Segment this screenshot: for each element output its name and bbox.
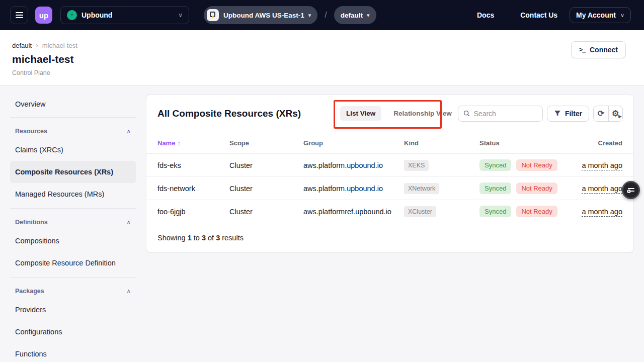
dropdown-triangle-icon: ▾ [308, 12, 311, 19]
column-header-status[interactable]: Status [479, 139, 575, 147]
divider [10, 117, 136, 118]
section-header-label: Resources [15, 128, 47, 135]
connect-label: Connect [590, 46, 618, 54]
filter-label: Filter [565, 110, 582, 118]
synced-badge: Synced [479, 183, 511, 194]
kind-badge: XEKS [404, 160, 429, 171]
feedback-widget-button[interactable] [622, 181, 640, 199]
created-tooltip-link[interactable]: a month ago [582, 161, 622, 170]
organization-selector[interactable]: ▼ Upbound ∨ [60, 6, 189, 24]
card-title: All Composite Resources (XRs) [157, 108, 301, 119]
top-navbar: up ▼ Upbound ∨ Upbound AWS US-East-1 ▾ /… [0, 0, 644, 30]
table-actions: ⟳ ⚙ ▶ [593, 106, 623, 122]
control-plane-icon [207, 9, 219, 21]
sidebar-item-functions[interactable]: Functions [10, 343, 136, 362]
card-header: All Composite Resources (XRs) List View … [146, 95, 633, 132]
auto-refresh-settings-button[interactable]: ⚙ ▶ [608, 106, 623, 121]
control-plane-selector[interactable]: Upbound AWS US-East-1 ▾ [204, 6, 317, 24]
not-ready-badge: Not Ready [516, 159, 557, 171]
org-selector-label: Upbound [82, 11, 112, 19]
cell-status: Synced Not Ready [479, 183, 575, 194]
divider [10, 277, 136, 278]
my-account-label: My Account [576, 11, 616, 19]
sidebar-section-definitions[interactable]: Definitions ∧ [10, 215, 136, 230]
kind-badge: XCluster [404, 206, 436, 217]
cell-created: a month ago [575, 161, 622, 169]
sidebar-item-providers[interactable]: Providers [10, 299, 136, 321]
created-tooltip-link[interactable]: a month ago [582, 185, 622, 194]
sidebar-item-overview[interactable]: Overview [10, 95, 136, 113]
page-title: michael-test [12, 53, 644, 65]
dropdown-triangle-icon: ▾ [367, 12, 370, 19]
refresh-button[interactable]: ⟳ [594, 106, 608, 121]
section-header-label: Packages [15, 288, 44, 295]
connect-button[interactable]: >_ Connect [571, 41, 626, 58]
group-selector[interactable]: default ▾ [334, 6, 376, 24]
org-avatar-icon: ▼ [67, 10, 77, 20]
sidebar-item-compositions[interactable]: Compositions [10, 230, 136, 252]
chevron-down-icon: ∨ [620, 12, 624, 19]
menu-icon[interactable] [10, 6, 28, 24]
cell-scope: Cluster [229, 161, 303, 169]
not-ready-badge: Not Ready [516, 183, 557, 194]
column-header-created[interactable]: Created [575, 139, 622, 147]
play-icon: ▶ [618, 115, 621, 119]
sidebar: Overview Resources ∧ Claims (XRCs) Compo… [10, 85, 136, 362]
upbound-logo[interactable]: up [35, 7, 52, 24]
sidebar-item-configurations[interactable]: Configurations [10, 321, 136, 343]
sidebar-section-resources[interactable]: Resources ∧ [10, 124, 136, 139]
chevron-up-icon: ∧ [126, 128, 131, 135]
group-selector-label: default [341, 12, 363, 19]
control-plane-label: Upbound AWS US-East-1 [223, 12, 304, 19]
search-box [458, 106, 543, 122]
filter-button[interactable]: Filter [547, 106, 589, 122]
cell-group: aws.platformref.upbound.io [303, 208, 404, 216]
cell-kind: XEKS [404, 160, 479, 171]
cell-kind: XNetwork [404, 183, 479, 194]
breadcrumb-separator-icon: › [36, 41, 38, 49]
cell-name: fds-eks [157, 161, 229, 169]
contact-us-link[interactable]: Contact Us [520, 11, 557, 19]
sidebar-item-claims-xrcs[interactable]: Claims (XRCs) [10, 139, 136, 161]
sidebar-item-composite-resource-definition[interactable]: Composite Resource Definition [10, 252, 136, 274]
cell-name: foo-6jgjb [157, 208, 229, 216]
breadcrumb-current: michael-test [42, 42, 77, 49]
created-tooltip-link[interactable]: a month ago [582, 208, 622, 217]
filter-funnel-icon [554, 110, 561, 117]
terminal-icon: >_ [579, 46, 585, 53]
cell-status: Synced Not Ready [479, 159, 575, 171]
table-row[interactable]: fds-network Cluster aws.platform.upbound… [146, 176, 633, 200]
docs-link[interactable]: Docs [477, 11, 494, 19]
kind-badge: XNetwork [404, 183, 439, 194]
column-header-group[interactable]: Group [303, 139, 404, 147]
table-header: Name ↑ Scope Group Kind Status Created [146, 132, 633, 153]
column-header-scope[interactable]: Scope [229, 139, 303, 147]
cell-scope: Cluster [229, 208, 303, 216]
search-input[interactable] [474, 110, 537, 118]
cell-created: a month ago [575, 185, 622, 193]
cell-created: a month ago [575, 208, 622, 216]
feedback-widget-icon [626, 185, 636, 195]
sidebar-item-composite-resources-xrs[interactable]: Composite Resources (XRs) [10, 161, 136, 183]
relationship-view-button[interactable]: Relationship View [387, 106, 457, 121]
page-header: default › michael-test michael-test Cont… [0, 30, 644, 85]
sidebar-item-managed-resources-mrs[interactable]: Managed Resources (MRs) [10, 183, 136, 205]
not-ready-badge: Not Ready [516, 206, 557, 217]
table-row[interactable]: fds-eks Cluster aws.platform.upbound.io … [146, 153, 633, 176]
breadcrumb: default › michael-test [12, 41, 644, 49]
sidebar-section-packages[interactable]: Packages ∧ [10, 284, 136, 299]
refresh-icon: ⟳ [598, 109, 604, 118]
breadcrumb-root-link[interactable]: default [12, 42, 32, 49]
column-header-kind[interactable]: Kind [404, 139, 479, 147]
column-header-name[interactable]: Name ↑ [157, 139, 229, 147]
cell-scope: Cluster [229, 185, 303, 193]
results-summary: Showing 1 to 3 of 3 results [146, 223, 633, 252]
my-account-button[interactable]: My Account ∨ [570, 7, 631, 23]
search-icon [463, 110, 470, 117]
table-row[interactable]: foo-6jgjb Cluster aws.platformref.upboun… [146, 200, 633, 223]
list-view-button[interactable]: List View [340, 106, 381, 121]
cell-status: Synced Not Ready [479, 206, 575, 217]
cell-name: fds-network [157, 185, 229, 193]
page-subtitle: Control Plane [12, 69, 644, 76]
synced-badge: Synced [479, 206, 511, 217]
